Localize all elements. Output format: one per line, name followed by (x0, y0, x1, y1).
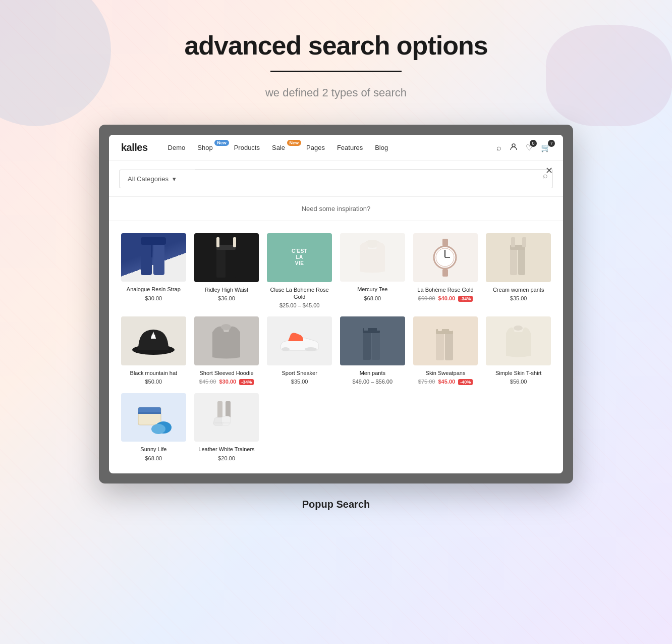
wishlist-count: 0 (530, 140, 537, 147)
product-card-skin-pants[interactable]: Skin Sweatpans $75.00 $45.00 -40% (409, 312, 482, 389)
product-name-trainers: Leather White Trainers (194, 446, 259, 453)
product-card-men-pants[interactable]: Men pants $49.00 – $56.00 (336, 312, 409, 389)
watch-image (413, 233, 478, 282)
category-label: All Categories (128, 175, 169, 183)
nav-item-features[interactable]: Features (337, 144, 363, 151)
chevron-down-icon: ▾ (173, 175, 176, 183)
nav-item-sale[interactable]: Sale New (272, 144, 294, 151)
nav-item-blog[interactable]: Blog (375, 144, 388, 151)
product-card-cream[interactable]: Cream women pants $35.00 (482, 229, 555, 312)
svg-point-26 (282, 347, 290, 351)
product-image-mercury (340, 233, 405, 282)
product-price-hat: $50.00 (121, 379, 186, 385)
nav-user-icon[interactable] (510, 143, 518, 153)
sneaker-image (267, 316, 332, 365)
product-name-mercury: Mercury Tee (340, 286, 405, 293)
svg-rect-28 (363, 331, 371, 360)
product-name-ridley: Ridley High Waist (194, 286, 259, 293)
popup-label: Popup Search (302, 499, 370, 510)
product-card-trainers[interactable]: Leather White Trainers $20.00 (190, 389, 263, 465)
svg-rect-20 (511, 237, 515, 247)
product-card-cluse[interactable]: C'ESTLAVIE Cluse La Boheme Rose Gold $25… (263, 229, 336, 312)
product-image-analogue (121, 233, 186, 282)
svg-rect-12 (442, 269, 448, 277)
product-card-analogue[interactable]: Analogue Resin Strap $30.00 (117, 229, 190, 312)
inspiration-heading: Need some inspiration? (109, 197, 563, 221)
svg-point-38 (514, 326, 523, 331)
sale-badge: New (287, 140, 302, 146)
product-name-simple-tshirt: Simple Skin T-shirt (486, 369, 551, 377)
nav-wishlist-icon[interactable]: ♡ 0 (526, 143, 533, 152)
cart-count: 7 (548, 140, 555, 147)
nav-cart-icon[interactable]: 🛒 7 (541, 143, 551, 152)
product-card-mercury[interactable]: Mercury Tee $68.00 (336, 229, 409, 312)
product-card-boheme[interactable]: La Bohème Rose Gold $60.00 $40.00 -34% (409, 229, 482, 312)
products-grid: Analogue Resin Strap $30.00 (109, 221, 563, 473)
nav-search-icon[interactable]: ⌕ (496, 143, 501, 152)
product-name-cream: Cream women pants (486, 286, 551, 293)
svg-rect-17 (510, 247, 517, 275)
svg-rect-37 (449, 320, 453, 331)
product-name-cluse: Cluse La Boheme Rose Gold (267, 286, 332, 301)
product-price-sunny: $68.00 (121, 455, 186, 461)
product-card-sunny[interactable]: Sunny Life $68.00 (117, 389, 190, 465)
svg-point-42 (151, 424, 165, 434)
product-price-trainers: $20.00 (194, 455, 259, 461)
product-image-cream (486, 233, 551, 282)
modal-close-button[interactable]: ✕ (545, 165, 553, 176)
svg-rect-5 (216, 247, 226, 278)
category-dropdown[interactable]: All Categories ▾ (119, 170, 195, 188)
product-name-sneaker: Sport Sneaker (267, 369, 332, 377)
sale-badge-skin: -40% (458, 379, 473, 385)
nav-item-shop[interactable]: Shop New (197, 144, 221, 151)
product-image-skin-pants (413, 316, 478, 365)
product-image-men-pants (340, 316, 405, 365)
nav-item-demo[interactable]: Demo (168, 144, 186, 151)
product-price-mercury: $68.00 (340, 295, 405, 301)
product-card-simple-tshirt[interactable]: Simple Skin T-shirt $56.00 (482, 312, 555, 389)
nav-items: Demo Shop New Products Sale New Pages Fe… (168, 144, 496, 151)
product-image-hoodie (194, 316, 259, 365)
svg-rect-3 (141, 237, 166, 245)
product-price-men-pants: $49.00 – $56.00 (340, 379, 405, 385)
product-card-ridley[interactable]: Ridley High Waist $36.00 (190, 229, 263, 312)
product-image-simple-tshirt (486, 316, 551, 365)
product-price-simple-tshirt: $56.00 (486, 379, 551, 385)
product-card-hoodie[interactable]: Short Sleeved Hoodie $45.00 $30.00 -34% (190, 312, 263, 389)
site-logo[interactable]: kalles (121, 142, 148, 153)
nav-bar: kalles Demo Shop New Products Sale New P… (109, 135, 563, 161)
hat-image (121, 316, 186, 365)
product-card-sneaker[interactable]: Sport Sneaker $35.00 (263, 312, 336, 389)
product-image-ridley (194, 233, 259, 282)
page-subtitle: we defined 2 types of search (265, 86, 407, 99)
svg-rect-33 (436, 331, 444, 360)
product-name-analogue: Analogue Resin Strap (121, 286, 186, 293)
svg-rect-6 (227, 247, 236, 278)
nav-icons: ⌕ ♡ 0 🛒 7 (496, 143, 551, 153)
product-name-sunny: Sunny Life (121, 446, 186, 453)
product-card-hat[interactable]: Black mountain hat $50.00 (117, 312, 190, 389)
svg-rect-18 (518, 247, 525, 275)
product-price-cluse: $25.00 – $45.00 (267, 302, 332, 308)
product-price-cream: $35.00 (486, 295, 551, 301)
search-input[interactable] (195, 169, 553, 188)
product-price-sneaker: $35.00 (267, 379, 332, 385)
nav-item-pages[interactable]: Pages (306, 144, 325, 151)
shop-badge: New (214, 140, 229, 146)
svg-point-27 (305, 347, 317, 351)
product-price-hoodie: $45.00 $30.00 -34% (194, 379, 259, 385)
sale-badge-hoodie: -34% (239, 379, 254, 385)
svg-point-25 (221, 324, 231, 330)
svg-point-0 (512, 144, 515, 147)
svg-rect-36 (438, 320, 442, 331)
product-price-analogue: $30.00 (121, 295, 186, 301)
product-image-trainers (194, 393, 259, 442)
svg-rect-34 (445, 331, 453, 360)
svg-rect-8 (216, 237, 219, 247)
product-name-men-pants: Men pants (340, 369, 405, 377)
sale-badge-boheme: -34% (458, 296, 473, 302)
product-name-skin-pants: Skin Sweatpans (413, 369, 478, 377)
product-name-hat: Black mountain hat (121, 369, 186, 377)
nav-item-products[interactable]: Products (234, 144, 260, 151)
svg-rect-31 (364, 320, 368, 331)
